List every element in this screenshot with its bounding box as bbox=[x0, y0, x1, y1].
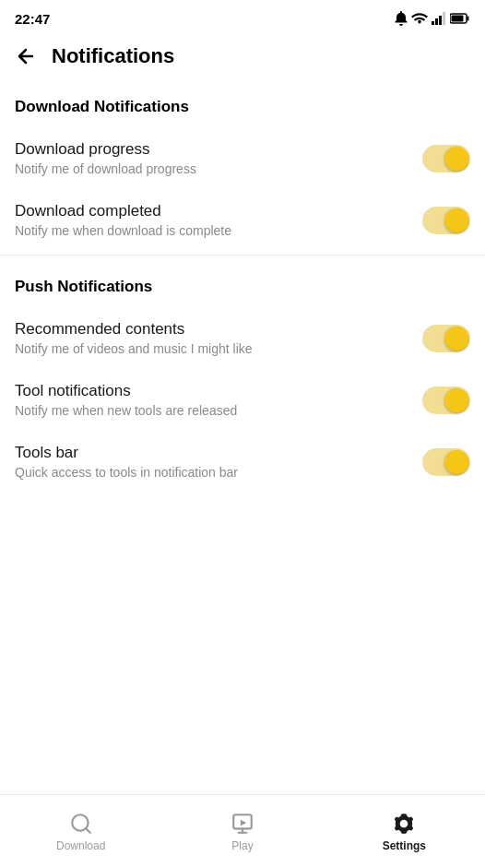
download-completed-subtitle: Notify me when download is complete bbox=[15, 223, 422, 238]
svg-marker-9 bbox=[241, 819, 247, 826]
signal-icon bbox=[432, 12, 446, 25]
tool-notifications-toggle[interactable] bbox=[422, 386, 470, 414]
recommended-contents-subtitle: Notify me of videos and music I might li… bbox=[15, 341, 422, 356]
push-notifications-section: Push Notifications Recommended contents … bbox=[0, 259, 485, 493]
section-divider bbox=[0, 255, 485, 256]
notification-icon bbox=[395, 11, 408, 26]
wifi-icon bbox=[411, 12, 428, 25]
recommended-contents-toggle[interactable] bbox=[422, 325, 470, 352]
tools-bar-title: Tools bar bbox=[15, 444, 422, 462]
nav-label-settings: Settings bbox=[383, 839, 426, 852]
svg-rect-1 bbox=[435, 18, 438, 25]
nav-item-play[interactable]: Play bbox=[161, 812, 323, 852]
battery-icon bbox=[450, 13, 470, 24]
svg-rect-6 bbox=[452, 16, 464, 22]
nav-item-settings[interactable]: Settings bbox=[324, 812, 485, 852]
download-progress-item: Download progress Notify me of download … bbox=[0, 127, 485, 189]
tool-notifications-title: Tool notifications bbox=[15, 382, 422, 400]
tool-notifications-item: Tool notifications Notify me when new to… bbox=[0, 369, 485, 431]
tool-notifications-subtitle: Notify me when new tools are released bbox=[15, 403, 422, 418]
recommended-contents-item: Recommended contents Notify me of videos… bbox=[0, 307, 485, 369]
tools-bar-subtitle: Quick access to tools in notification ba… bbox=[15, 465, 422, 480]
svg-rect-3 bbox=[443, 12, 445, 25]
download-progress-toggle[interactable] bbox=[422, 145, 470, 172]
download-completed-toggle[interactable] bbox=[422, 207, 470, 234]
status-bar: 22:47 bbox=[0, 0, 485, 33]
status-icons bbox=[395, 11, 470, 26]
push-notifications-header: Push Notifications bbox=[0, 259, 485, 307]
download-progress-subtitle: Notify me of download progress bbox=[15, 161, 422, 176]
svg-rect-2 bbox=[439, 16, 442, 25]
recommended-contents-title: Recommended contents bbox=[15, 320, 422, 339]
download-completed-title: Download completed bbox=[15, 202, 422, 220]
download-notifications-header: Download Notifications bbox=[0, 79, 485, 127]
svg-rect-5 bbox=[467, 17, 469, 21]
bottom-navigation: Download Play Settings bbox=[0, 794, 485, 868]
nav-label-play: Play bbox=[231, 839, 253, 852]
page-header: Notifications bbox=[0, 33, 485, 79]
back-button[interactable] bbox=[15, 45, 37, 67]
download-progress-title: Download progress bbox=[15, 140, 422, 159]
settings-nav-icon bbox=[392, 812, 416, 836]
download-nav-icon bbox=[69, 812, 93, 836]
svg-rect-0 bbox=[432, 21, 434, 25]
nav-label-download: Download bbox=[56, 839, 105, 852]
nav-item-download[interactable]: Download bbox=[0, 812, 161, 852]
status-time: 22:47 bbox=[15, 11, 50, 27]
page-title: Notifications bbox=[52, 44, 174, 68]
download-completed-item: Download completed Notify me when downlo… bbox=[0, 189, 485, 251]
tools-bar-item: Tools bar Quick access to tools in notif… bbox=[0, 431, 485, 493]
play-nav-icon bbox=[231, 812, 254, 836]
tools-bar-toggle[interactable] bbox=[422, 448, 470, 476]
download-notifications-section: Download Notifications Download progress… bbox=[0, 79, 485, 251]
